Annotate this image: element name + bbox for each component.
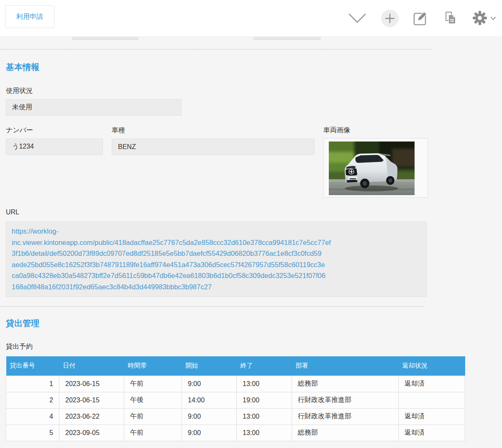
plus-icon: [381, 10, 399, 27]
cell-start: 14:00: [182, 392, 237, 408]
url-text: ca0a98c4328eb30a548273bff2e7d5611c59bb47…: [12, 270, 421, 281]
cell-time-slot: 午前: [124, 408, 182, 425]
edit-record-button[interactable]: [412, 10, 428, 27]
number-value: う1234: [6, 139, 103, 155]
url-text: inc.viewer.kintoneapp.com/public/418adac…: [12, 237, 421, 248]
chevron-down-icon: [347, 11, 367, 26]
cell-loan-number: 4: [6, 408, 59, 425]
copy-icon: [442, 10, 458, 27]
cell-date: 2023-09-05: [59, 425, 124, 441]
chevron-down-small-icon: [490, 15, 496, 22]
rental-reservation-table: 貸出番号 日付 時間帯 開始 終了 部署 返却状況 1 2023-06-15 午…: [6, 356, 465, 441]
section-title-basic-info: 基本情報: [6, 62, 39, 73]
clipped-field-stub: [254, 37, 320, 40]
model-value: BENZ: [112, 139, 315, 155]
collapse-toolbar-button[interactable]: [347, 11, 367, 26]
cell-start: 9:00: [182, 408, 237, 425]
section-title-rental-management: 貸出管理: [6, 318, 39, 329]
cell-loan-number: 5: [6, 425, 59, 441]
vehicle-image-thumbnail[interactable]: [329, 142, 415, 195]
cell-loan-number: 1: [6, 376, 59, 392]
column-header-loan-number: 貸出番号: [6, 356, 59, 376]
table-row: 2 2023-06-15 午後 14:00 19:00 行財政改革推進部: [6, 392, 465, 408]
cell-time-slot: 午前: [124, 376, 182, 392]
gear-icon: [472, 10, 488, 27]
table-header-row: 貸出番号 日付 時間帯 開始 終了 部署 返却状況: [6, 356, 465, 376]
cell-date: 2023-06-22: [59, 408, 124, 425]
table-row: 1 2023-06-15 午前 9:00 13:00 総務部 返却済: [6, 376, 465, 392]
column-header-department: 部署: [292, 356, 399, 376]
cell-end: 13:00: [237, 408, 292, 425]
group-divider: [0, 306, 423, 306]
edit-pencil-icon: [412, 10, 428, 27]
url-text: 168a0f848a16f2031f92ed65aec3c84b4d3d4499…: [12, 281, 421, 293]
column-header-start: 開始: [182, 356, 237, 376]
record-url-link[interactable]: https://worklog- inc.viewer.kintoneapp.c…: [12, 226, 421, 292]
cell-start: 9:00: [182, 425, 237, 441]
settings-button[interactable]: [472, 10, 496, 27]
column-header-time-slot: 時間帯: [124, 356, 182, 376]
column-header-date: 日付: [59, 356, 124, 376]
cell-return-status: [399, 392, 465, 408]
cell-end: 13:00: [237, 376, 292, 392]
add-record-button[interactable]: [381, 10, 399, 27]
toolbar-icons: [333, 0, 496, 37]
model-label: 車種: [112, 126, 125, 135]
cell-date: 2023-06-15: [59, 392, 124, 408]
table-row: 5 2023-09-05 午前 9:00 13:00 総務部 返却済: [6, 425, 465, 441]
vehicle-image-label: 車両画像: [323, 126, 350, 135]
record-detail-page: 利用申請: [0, 0, 502, 448]
cell-time-slot: 午後: [124, 392, 182, 408]
duplicate-record-button[interactable]: [442, 10, 458, 27]
cell-loan-number: 2: [6, 392, 59, 408]
url-text: https://worklog-: [12, 226, 421, 237]
apply-button[interactable]: 利用申請: [5, 5, 54, 28]
cell-end: 13:00: [237, 425, 292, 441]
group-divider: [0, 49, 432, 49]
cell-department: 行財政改革推進部: [292, 408, 399, 425]
cell-department: 総務部: [292, 425, 399, 441]
rental-reservation-label: 貸出予約: [6, 342, 33, 351]
column-header-end: 終了: [237, 356, 292, 376]
clipped-field-stub: [72, 37, 138, 40]
url-text: 3f1b6/detail/def50200d73f89dc09707ed8df2…: [12, 248, 421, 259]
cell-end: 19:00: [237, 392, 292, 408]
cell-return-status: 返却済: [399, 408, 465, 425]
vehicle-image-field: [323, 138, 428, 198]
table-row: 4 2023-06-22 午前 9:00 13:00 行財政改革推進部 返却済: [6, 408, 465, 425]
usage-status-label: 使用状況: [6, 87, 33, 95]
cell-time-slot: 午前: [124, 425, 182, 441]
cell-date: 2023-06-15: [59, 376, 124, 392]
record-toolbar: 利用申請: [0, 0, 502, 37]
number-label: ナンバー: [6, 126, 33, 135]
url-text: aede25bd055e8c16252f3f3b748791189fe16aff…: [12, 259, 421, 270]
column-header-return-status: 返却状況: [399, 356, 465, 376]
usage-status-value: 未使用: [6, 99, 182, 116]
cell-return-status: 返却済: [399, 376, 465, 392]
cell-department: 総務部: [292, 376, 399, 392]
url-field: https://worklog- inc.viewer.kintoneapp.c…: [6, 221, 427, 297]
url-label: URL: [6, 209, 19, 216]
cell-start: 9:00: [182, 376, 237, 392]
cell-department: 行財政改革推進部: [292, 392, 399, 408]
cell-return-status: 返却済: [399, 425, 465, 441]
